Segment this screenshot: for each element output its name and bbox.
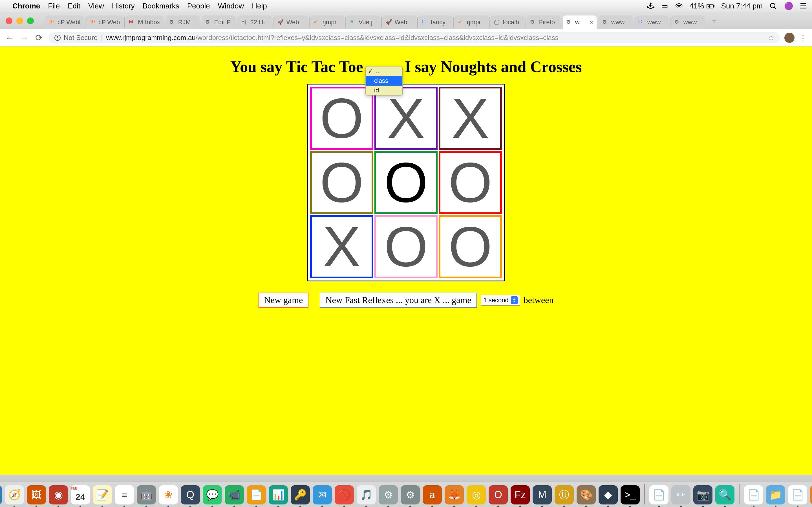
board-cell-7[interactable]: O: [374, 215, 438, 278]
window-zoom[interactable]: [27, 17, 34, 24]
back-button[interactable]: ←: [4, 33, 15, 43]
dock-music-icon[interactable]: 🎵: [357, 485, 376, 504]
new-tab-button[interactable]: +: [709, 15, 719, 26]
app-name[interactable]: Chrome: [12, 2, 40, 10]
dock-preview-icon[interactable]: 🖼: [27, 485, 46, 504]
dock-safari-icon[interactable]: 🧭: [5, 485, 24, 504]
browser-tab[interactable]: 🚀Web: [382, 15, 416, 29]
dropdown-option[interactable]: ...: [366, 66, 402, 76]
board-cell-2[interactable]: X: [439, 87, 502, 150]
window-minimize[interactable]: [16, 17, 23, 24]
menu-window[interactable]: Window: [218, 2, 244, 10]
reload-button[interactable]: ⟳: [34, 33, 44, 43]
status-search-icon[interactable]: [769, 2, 777, 10]
dock-gimp-icon[interactable]: 🎨: [576, 485, 596, 504]
board-cell-0[interactable]: O: [310, 87, 373, 150]
dock-lens-icon[interactable]: 🔍: [715, 485, 734, 504]
browser-tab[interactable]: Gwww: [635, 15, 669, 29]
dock-q-mark-icon[interactable]: a: [423, 485, 442, 504]
dock-opera-icon[interactable]: O: [489, 485, 508, 504]
dock-automator-icon[interactable]: 🤖: [137, 485, 156, 504]
bookmark-star-icon[interactable]: ☆: [768, 34, 774, 42]
board-cell-4[interactable]: O: [374, 151, 438, 214]
dock-chrome-icon[interactable]: ◎: [467, 485, 486, 504]
browser-tab[interactable]: ✔rjmpr: [310, 15, 344, 29]
dock-notes-icon[interactable]: 📝: [93, 485, 112, 504]
menu-view[interactable]: View: [88, 2, 104, 10]
browser-tab[interactable]: 🚀Web: [274, 15, 308, 29]
dock-calendar-icon[interactable]: FEB24: [71, 485, 90, 504]
profile-avatar[interactable]: [784, 33, 795, 43]
browser-tab[interactable]: ⚙www: [671, 15, 705, 29]
dock-textedit-icon[interactable]: 📄: [649, 485, 668, 504]
browser-tab[interactable]: Gfancy: [418, 15, 452, 29]
browser-tab[interactable]: ◯localh: [491, 15, 524, 29]
dock-daisy-disk-icon[interactable]: ◉: [49, 485, 68, 504]
dock-gear2-icon[interactable]: ⚙: [401, 485, 420, 504]
dock-numbers-icon[interactable]: 📊: [269, 485, 288, 504]
browser-tab[interactable]: ⚙w×: [563, 15, 597, 29]
browser-tab[interactable]: ⚙www: [599, 15, 633, 29]
dock-firefox-icon[interactable]: 🦊: [445, 485, 464, 504]
dock-keynote-icon[interactable]: 🔑: [291, 485, 310, 504]
dock-facetime-icon[interactable]: 📹: [225, 485, 244, 504]
menu-file[interactable]: File: [48, 2, 60, 10]
board-cell-3[interactable]: O: [310, 151, 373, 214]
browser-tab[interactable]: MM Inbox: [125, 15, 163, 29]
dock-doc2-icon[interactable]: 📄: [788, 485, 807, 504]
menu-bookmarks[interactable]: Bookmarks: [143, 2, 179, 10]
browser-tab[interactable]: ▼Vue.j: [346, 15, 380, 29]
interval-select[interactable]: 1 second ▲▼: [481, 295, 520, 305]
status-siri-icon[interactable]: 🟣: [784, 2, 793, 10]
browser-tab[interactable]: ⚙Firefo: [527, 15, 560, 29]
status-menu-icon[interactable]: ☰: [800, 2, 806, 10]
dock-uw-icon[interactable]: Ⓤ: [555, 485, 574, 504]
board-cell-8[interactable]: O: [439, 215, 502, 278]
status-battery[interactable]: 41%: [690, 2, 714, 10]
dock-mamp-icon[interactable]: M: [532, 485, 552, 504]
chrome-menu-icon[interactable]: ⋮: [799, 33, 808, 43]
dock-app-store-icon[interactable]: A: [0, 485, 2, 504]
security-indicator[interactable]: Not Secure: [54, 34, 98, 42]
browser-tab[interactable]: ⚙Edit P: [202, 15, 236, 29]
board-cell-5[interactable]: O: [439, 151, 502, 214]
dock-system-prefs-icon[interactable]: ⚙: [378, 485, 398, 504]
dock-inkscape-icon[interactable]: ◆: [599, 485, 618, 504]
browser-tab[interactable]: ✔rjmpr: [455, 15, 488, 29]
dock-pencil-icon[interactable]: ✏: [671, 485, 691, 504]
dock-html-icon[interactable]: <>: [810, 485, 812, 504]
menu-history[interactable]: History: [112, 2, 135, 10]
board-cell-1[interactable]: X: [374, 87, 438, 150]
dock-terminal-icon[interactable]: >_: [620, 485, 640, 504]
dropdown-option[interactable]: id: [366, 86, 402, 95]
menu-edit[interactable]: Edit: [68, 2, 80, 10]
status-trophy-icon[interactable]: 🕹: [647, 2, 654, 10]
new-fast-reflexes-button[interactable]: New Fast Reflexes ... you are X ... game: [320, 293, 477, 307]
style-dropdown[interactable]: ...classid: [365, 66, 403, 96]
status-clock[interactable]: Sun 7:44 pm: [721, 2, 763, 10]
omnibox[interactable]: Not Secure | www.rjmprogramming.com.au/w…: [49, 32, 780, 43]
menu-help[interactable]: Help: [252, 2, 267, 10]
dock-no-entry-icon[interactable]: 🚫: [335, 485, 354, 504]
browser-tab[interactable]: ⚙RJM: [166, 15, 200, 29]
dock-folder-icon[interactable]: 📁: [766, 485, 785, 504]
browser-tab[interactable]: cPcP Web: [86, 15, 123, 29]
status-wifi-icon[interactable]: [675, 2, 683, 10]
browser-tab[interactable]: B|22 Hi: [238, 15, 272, 29]
board-cell-6[interactable]: X: [310, 215, 373, 278]
menu-people[interactable]: People: [187, 2, 210, 10]
dock-mail-icon[interactable]: ✉: [313, 485, 332, 504]
forward-button[interactable]: →: [19, 33, 29, 43]
close-tab-icon[interactable]: ×: [590, 19, 593, 25]
browser-tab[interactable]: cPcP Webl: [45, 15, 84, 29]
dropdown-option[interactable]: class: [366, 76, 402, 86]
status-airplay-icon[interactable]: ▭: [661, 2, 668, 10]
new-game-button[interactable]: New game: [259, 293, 309, 307]
dock-doc1-icon[interactable]: 📄: [744, 485, 763, 504]
dock-screenshot-icon[interactable]: 📷: [693, 485, 712, 504]
dock-quicktime-icon[interactable]: Q: [181, 485, 200, 504]
dock-photos-icon[interactable]: ❀: [159, 485, 178, 504]
dock-pages-icon[interactable]: 📄: [247, 485, 266, 504]
dock-reminders-icon[interactable]: ≡: [115, 485, 134, 504]
window-close[interactable]: [6, 17, 12, 24]
